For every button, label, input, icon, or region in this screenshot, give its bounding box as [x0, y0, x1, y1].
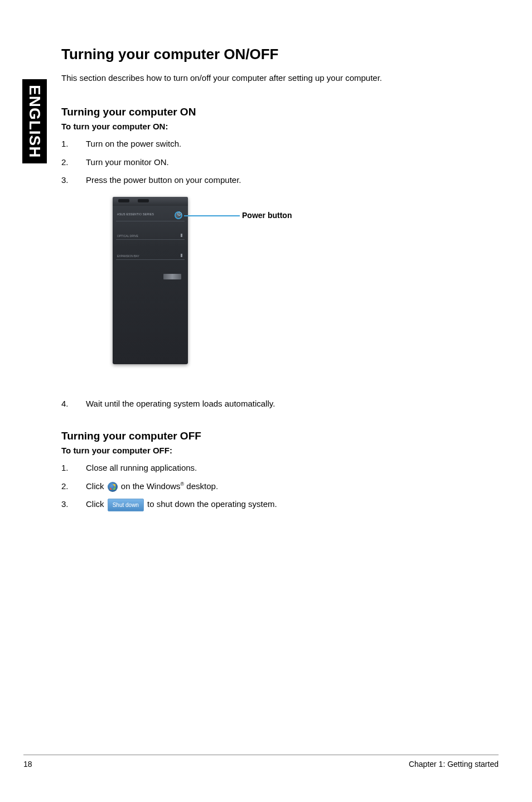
step-text: Turn your monitor ON.	[86, 156, 496, 169]
step-text: Wait until the operating system loads au…	[86, 398, 496, 410]
expansion-bay-label: EXPANSION BAY	[117, 254, 139, 258]
step-number: 3.	[61, 174, 86, 187]
tower-top	[113, 197, 188, 206]
intro-text: This section describes how to turn on/of…	[61, 73, 496, 83]
divider	[116, 259, 185, 260]
text-fragment: to shut down the operating system.	[145, 499, 277, 509]
step-number: 2.	[61, 156, 86, 169]
text-fragment: on the Windows	[119, 481, 181, 491]
chapter-label: Chapter 1: Getting started	[409, 760, 499, 769]
computer-tower: ASUS ESSENTIO SERIES OPTICAL DRIVE EXPAN…	[113, 197, 188, 364]
step-number: 4.	[61, 398, 86, 410]
step-text: Close all running applications.	[86, 462, 496, 475]
tower-illustration: ASUS ESSENTIO SERIES OPTICAL DRIVE EXPAN…	[113, 197, 496, 381]
divider	[116, 239, 185, 240]
text-fragment: Click	[86, 481, 107, 491]
step-number: 1.	[61, 462, 86, 475]
off-step-1: 1. Close all running applications.	[61, 462, 496, 475]
step-text: Turn on the power switch.	[86, 138, 496, 151]
section-off-heading: Turning your computer OFF	[61, 430, 496, 442]
slot-button-icon	[181, 254, 182, 257]
section-on-subhead: To turn your computer ON:	[61, 122, 496, 131]
step-text: Click Shut down to shut down the operati…	[86, 498, 496, 511]
text-fragment: Click	[86, 499, 107, 509]
divider	[116, 221, 185, 221]
brand-label: ASUS ESSENTIO SERIES	[117, 212, 154, 216]
page-title: Turning your computer ON/OFF	[61, 46, 496, 63]
optical-drive-label: OPTICAL DRIVE	[117, 234, 138, 238]
on-step-2: 2. Turn your monitor ON.	[61, 156, 496, 169]
step-number: 2.	[61, 480, 86, 493]
on-step-3: 3. Press the power button on your comput…	[61, 174, 496, 187]
page-content: Turning your computer ON/OFF This sectio…	[61, 46, 496, 517]
callout-label: Power button	[242, 211, 292, 220]
on-step-1: 1. Turn on the power switch.	[61, 138, 496, 151]
section-on-heading: Turning your computer ON	[61, 106, 496, 118]
callout-line	[184, 215, 240, 216]
language-tab: ENGLISH	[22, 79, 47, 163]
section-off-subhead: To turn your computer OFF:	[61, 446, 496, 455]
off-step-3: 3. Click Shut down to shut down the oper…	[61, 498, 496, 511]
off-step-2: 2. Click on the Windows® desktop.	[61, 480, 496, 493]
page-number: 18	[23, 760, 32, 769]
start-orb-icon	[108, 482, 118, 492]
step-number: 3.	[61, 498, 86, 511]
slot-button-icon	[181, 234, 182, 237]
step-text: Press the power button on your computer.	[86, 174, 496, 187]
shutdown-button-icon: Shut down	[108, 499, 144, 511]
page-footer: 18 Chapter 1: Getting started	[23, 755, 499, 769]
asus-logo	[163, 274, 181, 279]
on-step-4: 4. Wait until the operating system loads…	[61, 398, 496, 410]
step-text: Click on the Windows® desktop.	[86, 480, 496, 493]
step-number: 1.	[61, 138, 86, 151]
section-off: Turning your computer OFF To turn your c…	[61, 430, 496, 511]
text-fragment: desktop.	[184, 481, 218, 491]
power-button-icon	[175, 211, 182, 219]
